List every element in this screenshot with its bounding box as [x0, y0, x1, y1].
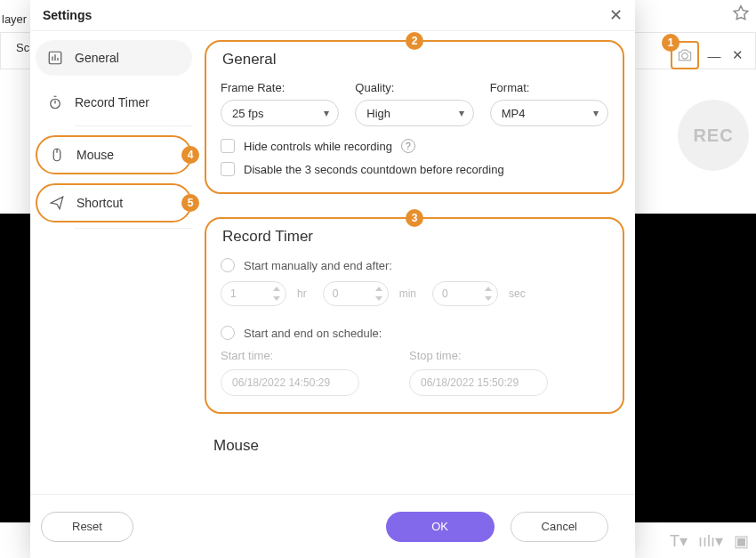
- stop-time-input[interactable]: 06/18/2022 15:50:29: [409, 369, 548, 396]
- general-section: 2 General Frame Rate: 25 fps Quality: Hi…: [205, 40, 624, 194]
- disable-countdown-label: Disable the 3 seconds countdown before r…: [244, 163, 504, 176]
- settings-gear-camera-icon[interactable]: 1: [671, 41, 699, 69]
- hours-unit: hr: [297, 287, 307, 300]
- bar-chart-icon: [46, 49, 64, 67]
- annotation-pin-4: 4: [181, 146, 199, 164]
- seconds-spinner[interactable]: 0: [432, 281, 498, 306]
- timer-manual-radio[interactable]: [221, 258, 235, 272]
- hours-spinner[interactable]: 1: [221, 281, 286, 306]
- modal-close-icon[interactable]: ✕: [609, 5, 623, 25]
- record-button[interactable]: REC: [678, 100, 749, 171]
- format-select[interactable]: MP4: [490, 100, 608, 126]
- seconds-unit: sec: [509, 287, 526, 300]
- sidebar-item-general[interactable]: General: [36, 40, 192, 76]
- text-tool-icon[interactable]: T▾: [670, 531, 688, 551]
- disable-countdown-checkbox[interactable]: [221, 162, 235, 176]
- start-time-label: Start time:: [221, 349, 359, 362]
- section-title-mouse: Mouse: [213, 437, 635, 455]
- reset-button[interactable]: Reset: [41, 512, 133, 542]
- stop-time-label: Stop time:: [409, 349, 548, 362]
- minimize-icon[interactable]: —: [706, 47, 722, 63]
- frame-rate-select[interactable]: 25 fps: [221, 100, 339, 126]
- image-tool-icon[interactable]: ▣: [734, 531, 749, 551]
- sidebar-item-label: General: [75, 51, 119, 65]
- frame-rate-label: Frame Rate:: [221, 81, 339, 94]
- bg-tool-label-fragment: Sc: [16, 41, 29, 54]
- annotation-pin-5: 5: [181, 194, 199, 212]
- quality-select[interactable]: High: [355, 100, 473, 126]
- timer-schedule-radio[interactable]: [221, 326, 235, 340]
- hide-controls-label: Hide controls while recording: [244, 140, 392, 153]
- section-title-general: General: [222, 51, 608, 69]
- bg-footer-tool-icons: T▾ ıılı▾ ▣: [670, 531, 749, 551]
- settings-sidebar: General Record Timer Mouse 4: [30, 31, 201, 494]
- annotation-pin-2: 2: [406, 32, 423, 50]
- settings-content: 2 General Frame Rate: 25 fps Quality: Hi…: [201, 31, 635, 494]
- sidebar-item-label: Record Timer: [75, 95, 149, 109]
- annotation-pin-1: 1: [662, 34, 680, 52]
- sidebar-item-label: Mouse: [76, 148, 114, 162]
- start-time-input[interactable]: 06/18/2022 14:50:29: [221, 369, 359, 396]
- svg-point-0: [682, 53, 688, 60]
- sidebar-item-record-timer[interactable]: Record Timer: [36, 85, 192, 120]
- ok-button[interactable]: OK: [386, 512, 495, 542]
- sidebar-item-label: Shortcut: [76, 196, 123, 210]
- close-icon[interactable]: ✕: [729, 47, 745, 63]
- audio-bars-icon[interactable]: ıılı▾: [698, 531, 723, 551]
- paper-plane-icon: [48, 194, 66, 212]
- format-label: Format:: [490, 81, 608, 94]
- help-icon[interactable]: ?: [401, 139, 415, 153]
- annotation-pin-3: 3: [406, 209, 423, 227]
- bg-app-title-fragment: layer: [2, 12, 27, 26]
- record-timer-section: 3 Record Timer Start manually and end af…: [205, 217, 624, 414]
- stopwatch-icon: [46, 93, 64, 111]
- modal-title: Settings: [43, 8, 92, 22]
- minutes-spinner[interactable]: 0: [323, 281, 389, 306]
- hide-controls-checkbox[interactable]: [221, 139, 235, 153]
- mouse-icon: [48, 146, 66, 164]
- timer-schedule-label: Start and end on schedule:: [244, 327, 382, 340]
- sidebar-item-shortcut[interactable]: Shortcut 5: [36, 183, 192, 222]
- settings-modal: Settings ✕ General Record Timer: [30, 0, 635, 558]
- quality-label: Quality:: [355, 81, 473, 94]
- minutes-unit: min: [399, 287, 416, 300]
- sidebar-item-mouse[interactable]: Mouse 4: [36, 135, 192, 174]
- cancel-button[interactable]: Cancel: [511, 512, 608, 542]
- section-title-timer: Record Timer: [222, 228, 608, 246]
- timer-manual-label: Start manually and end after:: [244, 259, 392, 272]
- bookmark-star-icon[interactable]: [731, 4, 751, 27]
